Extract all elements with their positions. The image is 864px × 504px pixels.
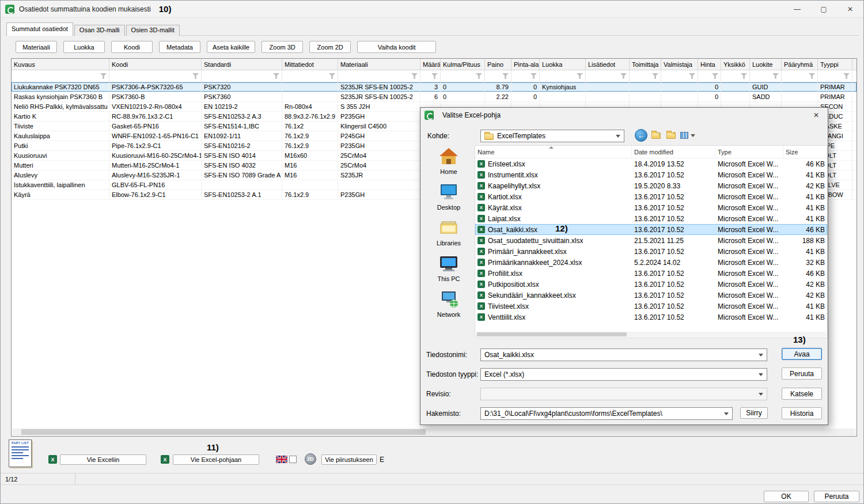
column-header-kulma-pituus[interactable]: Kulma/Pituus (441, 59, 485, 70)
go-button[interactable]: Siirry (740, 407, 768, 419)
back-button[interactable]: ← (635, 129, 647, 142)
filter-icon[interactable] (411, 73, 418, 79)
toolbar-button-aseta-kaikille[interactable]: Aseta kaikille (207, 41, 255, 53)
place-network[interactable]: Network (426, 290, 471, 325)
table-row[interactable]: Liukukannake PSK7320 DN65PSK7306-A-PSK73… (12, 82, 857, 92)
file-row[interactable]: XKäyrät.xlsx13.6.2017 10.52Microsoft Exc… (475, 202, 827, 213)
horizontal-scrollbar[interactable] (12, 429, 856, 435)
filter-icon[interactable] (689, 73, 695, 79)
column-header-luokite[interactable]: Luokite (750, 59, 782, 70)
toolbar-button-metadata[interactable]: Metadata (159, 41, 200, 53)
cancel-button[interactable]: Peruuta (814, 491, 859, 502)
filter-icon[interactable] (100, 73, 107, 79)
views-button[interactable] (680, 129, 696, 142)
history-button[interactable]: Historia (782, 407, 822, 419)
column-header-mittatiedot[interactable]: Mittatiedot (282, 59, 338, 70)
column-header-pinta-ala[interactable]: Pinta-ala (511, 59, 540, 70)
file-list-scrollbar-thumb[interactable] (477, 332, 627, 336)
filter-icon[interactable] (712, 73, 718, 79)
file-row[interactable]: XSekundääri_kannakkeet.xlsx13.6.2017 10.… (475, 290, 827, 301)
part-list-icon[interactable]: PART LIST (9, 439, 32, 467)
column-header-kuvaus[interactable]: Kuvaus (12, 59, 109, 70)
close-button[interactable]: ✕ (837, 1, 863, 18)
view-button[interactable]: Katsele (782, 388, 822, 400)
open-button[interactable]: Avaa (782, 348, 822, 360)
column-header-koodi[interactable]: Koodi (109, 59, 202, 70)
column-header-tyyppi[interactable]: Tyyppi (818, 59, 852, 70)
file-row[interactable]: XInstrumentit.xlsx13.6.2017 10.52Microso… (475, 169, 827, 180)
dialog-cancel-button[interactable]: Peruuta (782, 367, 822, 380)
file-list-column-name[interactable]: Name (475, 146, 632, 158)
filter-icon[interactable] (273, 73, 279, 79)
file-row[interactable]: XVenttiilit.xlsx13.6.2017 10.52Microsoft… (475, 312, 827, 323)
toolbar-button-koodi[interactable]: Koodi (111, 41, 153, 53)
file-list-column-size[interactable]: Size (783, 146, 827, 158)
maximize-button[interactable]: ▢ (810, 1, 837, 18)
file-row[interactable]: XEristeet.xlsx18.4.2019 13.52Microsoft E… (475, 158, 827, 169)
column-header-materiaali[interactable]: Materiaali (338, 59, 420, 70)
folder-combo[interactable]: ExcelTemplates (480, 130, 624, 142)
file-row[interactable]: XOsat_kaikki.xlsx13.6.2017 10.52Microsof… (475, 224, 827, 235)
filter-icon[interactable] (843, 73, 850, 79)
column-header-toimittaja[interactable]: Toimittaja (630, 59, 661, 70)
table-row[interactable]: Raskas kynsiohjain PSK7360 BPSK7360-BPSK… (12, 92, 857, 102)
toolbar-button-luokka[interactable]: Luokka (63, 41, 105, 53)
file-row[interactable]: XLaipat.xlsx13.6.2017 10.52Microsoft Exc… (475, 213, 827, 224)
place-desktop[interactable]: Desktop (426, 183, 471, 218)
export-excel-button[interactable]: Vie Exceliin (60, 454, 146, 465)
column-header-standardi[interactable]: Standardi (202, 59, 282, 70)
filter-icon[interactable] (192, 73, 199, 79)
toolbar-button-materiaali[interactable]: Materiaali (16, 41, 57, 53)
file-list-column-date-modified[interactable]: Date modified (632, 146, 715, 158)
file-row[interactable]: XKartiot.xlsx13.6.2017 10.52Microsoft Ex… (475, 191, 827, 202)
file-row[interactable]: XPrimäärikannakkeet_2024.xlsx5.2.2024 14… (475, 257, 827, 268)
file-row[interactable]: XOsat_suodatettu_sivuittain.xlsx21.5.202… (475, 235, 827, 246)
place-libraries[interactable]: Libraries (426, 218, 471, 254)
file-row[interactable]: XPutkipositiot.xlsx13.6.2017 10.52Micros… (475, 279, 827, 290)
filter-icon[interactable] (809, 73, 815, 79)
filter-icon[interactable] (502, 73, 509, 79)
filter-icon[interactable] (577, 73, 583, 79)
file-row[interactable]: XProfiilit.xlsx13.6.2017 10.52Microsoft … (475, 268, 827, 279)
column-header-valmistaja[interactable]: Valmistaja (661, 59, 698, 70)
filter-icon[interactable] (652, 73, 658, 79)
ok-button[interactable]: OK (764, 491, 809, 502)
file-row[interactable]: XKaapelihyllyt.xlsx19.5.2020 8.33Microso… (475, 180, 827, 191)
new-folder-button[interactable]: ✦ (665, 129, 677, 142)
filter-icon[interactable] (476, 73, 482, 79)
file-row[interactable]: XPrimääri_kannakkeet.xlsx13.6.2017 10.52… (475, 246, 827, 257)
filter-icon[interactable] (329, 73, 335, 79)
filter-icon[interactable] (431, 73, 438, 79)
directory-combo[interactable]: D:\31_0\Local\FI\vxg4plant\custom\forms\… (480, 407, 733, 420)
tab-osien-3d-mallit[interactable]: Osien 3D-mallit (126, 25, 180, 36)
export-drawing-button[interactable]: Vie piirustukseen (321, 454, 377, 465)
column-header-m-r[interactable]: Määrä (420, 59, 441, 70)
filter-icon[interactable] (772, 73, 779, 79)
place-home[interactable]: Home (426, 147, 471, 183)
toolbar-button-zoom-2d[interactable]: Zoom 2D (309, 41, 351, 53)
file-list-column-type[interactable]: Type (715, 146, 783, 158)
english-checkbox[interactable] (289, 456, 297, 463)
toolbar-button-vaihda-koodit[interactable]: Vaihda koodit (357, 41, 436, 53)
export-excel-template-button[interactable]: Vie Excel-pohjaan (173, 454, 259, 465)
filename-combo[interactable]: Osat_kaikki.xlsx (480, 348, 767, 361)
toolbar-button-zoom-3d[interactable]: Zoom 3D (262, 41, 303, 53)
column-header-lis-tiedot[interactable]: Lisätiedot (586, 59, 630, 70)
dialog-close-button[interactable]: ✕ (805, 108, 828, 123)
minimize-button[interactable]: — (784, 1, 810, 18)
column-header-p-ryhm[interactable]: Pääryhmä (782, 59, 818, 70)
place-this-pc[interactable]: This PC (426, 254, 471, 290)
tab-summatut-osatiedot[interactable]: Summatut osatiedot (6, 22, 73, 36)
file-list-scrollbar[interactable] (476, 332, 827, 337)
filetype-combo[interactable]: Excel (*.xlsx) (480, 368, 767, 381)
column-header-yksikk[interactable]: Yksikkö (721, 59, 750, 70)
file-row[interactable]: XTiivisteet.xlsx13.6.2017 10.52Microsoft… (475, 301, 827, 312)
filter-icon[interactable] (530, 73, 537, 79)
filter-icon[interactable] (741, 73, 747, 79)
scrollbar-thumb[interactable] (21, 429, 426, 435)
filter-icon[interactable] (620, 73, 627, 79)
tab-osan-3d-malli[interactable]: Osan 3D-malli (74, 25, 125, 36)
column-header-paino[interactable]: Paino (485, 59, 511, 70)
column-header-hinta[interactable]: Hinta (698, 59, 721, 70)
up-folder-button[interactable]: ↑ (650, 129, 662, 142)
